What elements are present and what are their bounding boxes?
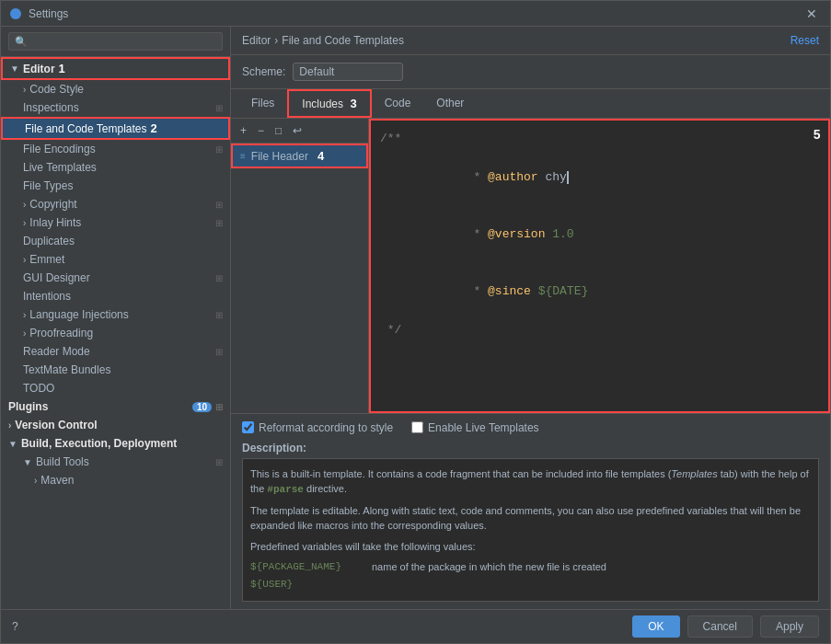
file-header-item[interactable]: ≡ File Header 4 [231, 144, 368, 168]
sidebar-item-textmate-bundles[interactable]: TextMate Bundles [1, 361, 230, 379]
item-num: 2 [151, 121, 157, 135]
external-icon: ⊞ [215, 200, 223, 210]
sidebar-item-duplicates[interactable]: Duplicates [1, 232, 230, 250]
live-templates-checkbox-label[interactable]: Enable Live Templates [411, 421, 539, 434]
file-list-toolbar: + − □ ↩ [231, 119, 368, 144]
scheme-label: Scheme: [242, 65, 285, 78]
code-editor[interactable]: 5 /** * @author chy * @version 1.0 * @si… [369, 119, 830, 413]
code-comment-star3: * [467, 284, 488, 298]
external-icon: ⊞ [215, 144, 223, 155]
editor-num: 1 [59, 62, 65, 75]
sidebar-item-live-templates[interactable]: Live Templates [1, 158, 230, 177]
reformat-checkbox-label[interactable]: Reformat according to style [242, 421, 393, 434]
search-input[interactable] [8, 32, 223, 51]
desc-paragraph-2: The template is editable. Along with sta… [250, 503, 811, 534]
sidebar-label: Duplicates [23, 235, 75, 247]
tab-includes[interactable]: Includes 3 [287, 89, 371, 118]
apply-button[interactable]: Apply [760, 615, 819, 638]
sidebar-item-inspections[interactable]: Inspections ⊞ [1, 98, 230, 117]
sidebar-item-gui-designer[interactable]: GUI Designer ⊞ [1, 269, 230, 287]
sidebar-label: Proofreading [29, 327, 93, 339]
tab-includes-label: Includes [302, 98, 343, 110]
sidebar-label: Emmet [29, 253, 64, 266]
sidebar-label: GUI Designer [23, 271, 90, 284]
desc-text-1: This is a built-in template. It contains… [250, 468, 671, 479]
sidebar-item-build-tools[interactable]: ▼ Build Tools ⊞ [1, 453, 230, 471]
reformat-checkbox[interactable] [242, 421, 254, 433]
sidebar-label: Intentions [23, 290, 71, 303]
sidebar-label: Build, Execution, Deployment [21, 437, 177, 450]
sidebar-item-todo[interactable]: TODO [1, 379, 230, 397]
live-templates-checkbox[interactable] [411, 421, 423, 433]
code-annotation-author: @author [488, 170, 538, 184]
close-button[interactable]: ✕ [801, 5, 823, 23]
arrow-icon: › [23, 255, 26, 265]
var-row-user: ${USER} [250, 577, 811, 592]
sidebar-item-build-execution[interactable]: ▼ Build, Execution, Deployment [1, 434, 230, 453]
reset-button[interactable]: Reset [791, 34, 819, 47]
sidebar-label: Language Injections [29, 308, 128, 321]
sidebar-item-version-control[interactable]: › Version Control [1, 416, 230, 434]
app-icon [8, 6, 23, 21]
code-comment-star2: * [467, 227, 488, 241]
sidebar-item-maven[interactable]: › Maven [1, 471, 230, 489]
code-version-value: 1.0 [545, 227, 573, 241]
ok-button[interactable]: OK [632, 615, 679, 638]
arrow-icon: › [23, 328, 26, 339]
sidebar-label: Live Templates [23, 161, 97, 174]
tab-files[interactable]: Files [238, 91, 287, 117]
var-table: ${PACKAGE_NAME} name of the package in w… [250, 559, 811, 592]
arrow-icon: › [34, 476, 37, 486]
code-space: chy [538, 170, 567, 184]
sidebar-item-plugins[interactable]: Plugins 10 ⊞ [1, 397, 230, 416]
sidebar-item-intentions[interactable]: Intentions [1, 287, 230, 305]
add-button[interactable]: + [237, 122, 250, 139]
sidebar-label: Copyright [29, 198, 76, 211]
desc-paragraph-3: Predefined variables will take the follo… [250, 539, 811, 555]
tab-code[interactable]: Code [372, 91, 424, 117]
sidebar-item-file-types[interactable]: File Types [1, 177, 230, 195]
sidebar-item-reader-mode[interactable]: Reader Mode ⊞ [1, 342, 230, 361]
sidebar-item-file-code-templates[interactable]: File and Code Templates 2 [1, 117, 230, 140]
copy-button[interactable]: □ [271, 122, 285, 139]
sidebar-item-language-injections[interactable]: › Language Injections ⊞ [1, 305, 230, 324]
breadcrumb-sep: › [274, 34, 278, 47]
right-header: Editor › File and Code Templates Reset [231, 27, 830, 55]
arrow-icon: › [23, 85, 26, 95]
sidebar-item-copyright[interactable]: › Copyright ⊞ [1, 195, 230, 213]
sidebar-item-proofreading[interactable]: › Proofreading [1, 324, 230, 342]
arrow-icon: › [23, 200, 26, 210]
title-bar: Settings ✕ [1, 1, 830, 27]
sidebar: ▼ Editor 1 › Code Style Inspections ⊞ Fi… [1, 27, 231, 609]
tab-other[interactable]: Other [423, 91, 477, 117]
external-icon: ⊞ [215, 103, 223, 113]
tab-other-label: Other [436, 97, 464, 109]
sidebar-label: File and Code Templates [25, 122, 147, 135]
scheme-select[interactable]: Default [293, 63, 403, 81]
remove-button[interactable]: − [254, 122, 268, 139]
sidebar-item-editor[interactable]: ▼ Editor 1 [1, 57, 230, 80]
arrow-icon: › [23, 218, 26, 228]
settings-window: Settings ✕ ▼ Editor 1 › Code Style [0, 0, 831, 644]
sidebar-item-inlay-hints[interactable]: › Inlay Hints ⊞ [1, 213, 230, 232]
sidebar-label: Inspections [23, 101, 79, 114]
file-num: 4 [317, 149, 324, 163]
bottom-panel: Reformat according to style Enable Live … [231, 413, 830, 610]
code-line-3: * @version 1.0 [380, 206, 819, 263]
help-button[interactable]: ? [12, 620, 18, 633]
sidebar-item-file-encodings[interactable]: File Encodings ⊞ [1, 140, 230, 158]
external-icon: ⊞ [215, 273, 223, 283]
external-icon: ⊞ [215, 218, 223, 228]
window-title: Settings [29, 7, 801, 20]
reset-button[interactable]: ↩ [289, 122, 306, 139]
cancel-button[interactable]: Cancel [687, 615, 753, 638]
breadcrumb-page: File and Code Templates [282, 34, 404, 47]
external-icon: ⊞ [215, 457, 223, 467]
sidebar-item-code-style[interactable]: › Code Style [1, 80, 230, 98]
external-icon: ⊞ [215, 310, 223, 320]
footer-buttons: OK Cancel Apply [632, 615, 819, 638]
tab-code-label: Code [385, 97, 411, 109]
sidebar-item-emmet[interactable]: › Emmet [1, 250, 230, 269]
sidebar-label: Version Control [15, 419, 97, 431]
sidebar-scroll[interactable]: ▼ Editor 1 › Code Style Inspections ⊞ Fi… [1, 57, 230, 609]
